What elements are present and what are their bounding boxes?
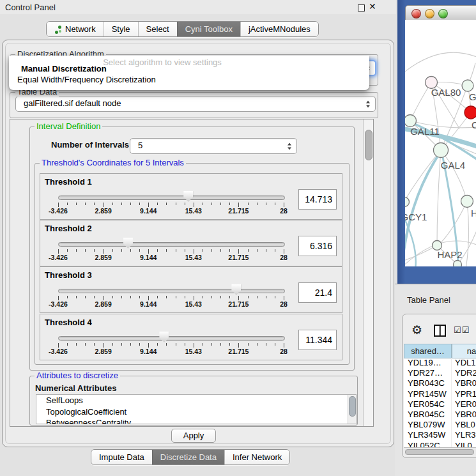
checkbox-icons[interactable]: ☑☑ [454, 325, 470, 335]
tab-discretize-data[interactable]: Discretize Data [152, 450, 224, 464]
table-data-combobox-value: galFiltered.sif default node [24, 96, 121, 111]
slider-tick [275, 296, 275, 298]
tab-network[interactable]: Network [47, 22, 104, 36]
table-row[interactable]: YBL079WYBL0 [404, 420, 476, 430]
list-scrollbar-thumb[interactable] [349, 396, 356, 417]
minimize-traffic-light[interactable] [425, 9, 434, 19]
slider-tick [130, 203, 131, 205]
threshold-box-1: Threshold 1-3.4262.8599.14415.4321.71528… [40, 173, 342, 220]
table-row[interactable]: YIL052CYIL0 [404, 441, 476, 448]
network-node-gcy1[interactable] [405, 197, 410, 207]
cell-name: YBR0 [454, 410, 476, 420]
tab-label: Network [65, 24, 96, 34]
list-scrollbar[interactable] [348, 395, 356, 424]
gear-icon[interactable]: ⚙ [411, 323, 422, 337]
tick-label: -3.426 [49, 207, 68, 215]
float-window-icon[interactable] [358, 4, 365, 12]
vertical-scrollbar-thumb[interactable] [365, 130, 372, 160]
table-row[interactable]: YBR043CYBR0 [404, 378, 476, 388]
network-window-titlebar[interactable] [405, 5, 476, 21]
close-icon[interactable]: ✕ [369, 1, 376, 12]
slider-tick [203, 249, 203, 252]
threshold-value-field[interactable]: 11.344 [298, 330, 337, 350]
tab-infer-network[interactable]: Infer Network [224, 450, 289, 464]
slider-tick [266, 203, 266, 205]
cell-name: YBR0 [454, 378, 476, 388]
column-header-2[interactable]: na [452, 344, 476, 358]
attribute-list-item[interactable]: SelfLoops [36, 395, 356, 406]
interval-definition-title: Interval Definition [35, 122, 102, 131]
table-row[interactable]: YPR145WYPR1 [404, 389, 476, 399]
slider-thumb[interactable] [183, 191, 193, 202]
slider-tick [166, 296, 167, 298]
slider-tick [266, 343, 266, 346]
horizontal-scrollbar-thumb[interactable] [405, 449, 474, 455]
table-row[interactable]: YDL19…YDL1 [404, 358, 476, 368]
threshold-value-field[interactable]: 21.4 [298, 282, 337, 303]
zoom-traffic-light[interactable] [438, 9, 448, 19]
slider-tick [248, 203, 249, 205]
network-node-gal4[interactable] [434, 143, 449, 158]
slider-thumb[interactable] [231, 284, 241, 295]
table-row[interactable]: YBR045CYBR0 [404, 410, 476, 420]
threshold-value-field[interactable]: 14.713 [298, 189, 337, 210]
tab-jactivemnodules[interactable]: jActiveMNodules [240, 22, 318, 36]
slider-tick [176, 296, 176, 298]
slider-track[interactable] [58, 242, 285, 247]
menu-item-equal-width-frequency[interactable]: Equal Width/Frequency Discretization [17, 75, 156, 84]
threshold-coordinates-title: Threshold's Coordinates for 5 Intervals [40, 158, 186, 167]
tab-style[interactable]: Style [104, 22, 138, 36]
horizontal-scrollbar[interactable] [404, 447, 476, 455]
slider-thumb[interactable] [123, 238, 133, 249]
table-row[interactable]: YDR27…YDR2 [404, 368, 476, 378]
threshold-value-field[interactable]: 6.316 [298, 236, 337, 256]
apply-button[interactable]: Apply [171, 429, 216, 443]
columns-icon[interactable] [434, 325, 446, 337]
number-of-intervals-combobox[interactable]: 5 [130, 138, 297, 154]
network-node-g[interactable] [462, 80, 473, 91]
network-node[interactable] [454, 261, 462, 267]
tab-cyni-toolbox[interactable]: Cyni Toolbox [177, 22, 240, 36]
slider-tick [94, 296, 95, 298]
numerical-attributes-list[interactable]: SelfLoopsTopologicalCoefficientBetweenne… [36, 394, 357, 424]
tick-label: 2.859 [95, 254, 111, 261]
application-window: Control Panel ✕ NetworkStyleSelectCyni T… [0, 0, 476, 476]
slider-tick [121, 249, 122, 252]
tab-select[interactable]: Select [138, 22, 177, 36]
slider-tick [257, 343, 257, 346]
table-data-combobox[interactable]: galFiltered.sif default node [15, 96, 376, 112]
slider-tick [121, 296, 122, 298]
slider-tick [194, 203, 194, 207]
slider-track[interactable] [58, 196, 285, 200]
node-label: HAP2 [437, 249, 462, 260]
slider-tick [220, 343, 221, 346]
network-canvas[interactable]: GAL80GCGAL11GAL4GCY1HHAP2 [405, 20, 476, 266]
table-row[interactable]: YER054CYER0 [404, 399, 476, 410]
slider-track[interactable] [58, 289, 285, 293]
slider-tick [211, 203, 212, 205]
network-node-gal11[interactable] [405, 115, 417, 127]
tab-impute-data[interactable]: Impute Data [91, 450, 152, 464]
slider-tick [85, 343, 86, 346]
attribute-list-item[interactable]: BetweennessCentrality [36, 417, 356, 424]
table-row[interactable]: YLR345WYLR3 [404, 430, 476, 440]
tick-label: 28 [280, 207, 288, 215]
slider-track[interactable] [58, 336, 285, 341]
vertical-scrollbar[interactable] [363, 119, 373, 426]
slider-tick [130, 296, 131, 298]
slider-thumb[interactable] [159, 332, 169, 342]
slider-tick [203, 296, 203, 298]
tab-label: Style [112, 24, 130, 34]
network-node-c[interactable] [464, 106, 476, 119]
attribute-list-item[interactable]: TopologicalCoefficient [36, 406, 356, 418]
slider-tick [85, 249, 86, 252]
close-traffic-light[interactable] [411, 9, 421, 19]
column-header-1[interactable]: shared… [404, 344, 452, 358]
slider-tick [248, 343, 249, 346]
slider-tick [238, 203, 239, 207]
network-node-h[interactable] [461, 196, 473, 208]
slider-tick [238, 249, 239, 254]
menu-item-manual-discretization[interactable]: Manual Discretization [21, 64, 107, 73]
slider-tick [203, 343, 203, 346]
slider-tick [176, 203, 176, 205]
